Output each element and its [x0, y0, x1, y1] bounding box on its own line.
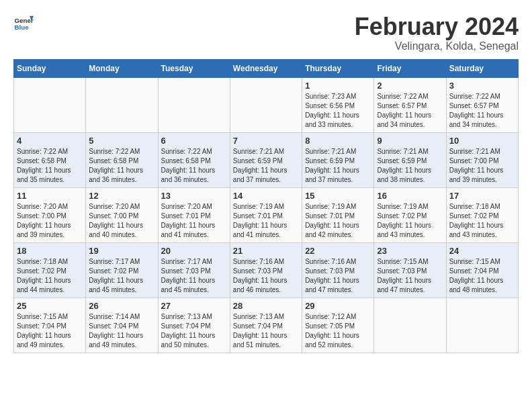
day-info: Sunrise: 7:18 AMSunset: 7:02 PMDaylight:…	[17, 257, 83, 295]
day-number: 17	[449, 191, 515, 201]
day-info: Sunrise: 7:20 AMSunset: 7:00 PMDaylight:…	[89, 202, 154, 240]
day-number: 5	[89, 136, 154, 146]
calendar-day-cell: 28Sunrise: 7:13 AMSunset: 7:04 PMDayligh…	[230, 298, 302, 353]
calendar-day-cell: 29Sunrise: 7:12 AMSunset: 7:05 PMDayligh…	[302, 298, 374, 353]
calendar-day-cell: 14Sunrise: 7:19 AMSunset: 7:01 PMDayligh…	[230, 187, 302, 242]
day-info: Sunrise: 7:19 AMSunset: 7:02 PMDaylight:…	[377, 202, 443, 240]
calendar-day-cell: 5Sunrise: 7:22 AMSunset: 6:58 PMDaylight…	[86, 132, 158, 187]
day-info: Sunrise: 7:17 AMSunset: 7:02 PMDaylight:…	[89, 257, 154, 295]
calendar-day-cell: 11Sunrise: 7:20 AMSunset: 7:00 PMDayligh…	[14, 187, 86, 242]
calendar-day-cell: 20Sunrise: 7:17 AMSunset: 7:03 PMDayligh…	[158, 242, 230, 298]
day-info: Sunrise: 7:15 AMSunset: 7:04 PMDaylight:…	[449, 257, 515, 295]
calendar-day-cell: 24Sunrise: 7:15 AMSunset: 7:04 PMDayligh…	[446, 242, 518, 298]
calendar-header-cell: Tuesday	[158, 59, 230, 77]
day-number: 15	[305, 191, 371, 201]
day-number: 13	[161, 191, 227, 201]
calendar-day-cell: 26Sunrise: 7:14 AMSunset: 7:04 PMDayligh…	[86, 298, 158, 353]
calendar-header-cell: Sunday	[14, 59, 86, 77]
calendar-day-cell: 27Sunrise: 7:13 AMSunset: 7:04 PMDayligh…	[158, 298, 230, 353]
calendar-body: 1Sunrise: 7:23 AMSunset: 6:56 PMDaylight…	[14, 77, 519, 353]
day-info: Sunrise: 7:14 AMSunset: 7:04 PMDaylight:…	[89, 312, 154, 350]
title-section: February 2024 Velingara, Kolda, Senegal	[355, 13, 519, 52]
day-info: Sunrise: 7:13 AMSunset: 7:04 PMDaylight:…	[233, 312, 299, 350]
calendar-day-cell	[446, 298, 518, 353]
day-info: Sunrise: 7:23 AMSunset: 6:56 PMDaylight:…	[305, 92, 371, 130]
day-info: Sunrise: 7:20 AMSunset: 7:00 PMDaylight:…	[17, 202, 83, 240]
subtitle: Velingara, Kolda, Senegal	[355, 40, 519, 52]
calendar-week-row: 11Sunrise: 7:20 AMSunset: 7:00 PMDayligh…	[14, 187, 519, 242]
day-number: 18	[17, 246, 83, 256]
calendar-day-cell: 13Sunrise: 7:20 AMSunset: 7:01 PMDayligh…	[158, 187, 230, 242]
page-header: General Blue February 2024 Velingara, Ko…	[13, 13, 519, 52]
day-info: Sunrise: 7:19 AMSunset: 7:01 PMDaylight:…	[305, 202, 371, 240]
calendar-day-cell	[230, 77, 302, 132]
calendar-header-cell: Saturday	[446, 59, 518, 77]
day-number: 14	[233, 191, 299, 201]
day-info: Sunrise: 7:13 AMSunset: 7:04 PMDaylight:…	[161, 312, 227, 350]
calendar-day-cell: 4Sunrise: 7:22 AMSunset: 6:58 PMDaylight…	[14, 132, 86, 187]
day-info: Sunrise: 7:22 AMSunset: 6:58 PMDaylight:…	[17, 147, 83, 185]
calendar-week-row: 1Sunrise: 7:23 AMSunset: 6:56 PMDaylight…	[14, 77, 519, 132]
day-info: Sunrise: 7:17 AMSunset: 7:03 PMDaylight:…	[161, 257, 227, 295]
calendar-day-cell: 18Sunrise: 7:18 AMSunset: 7:02 PMDayligh…	[14, 242, 86, 298]
day-number: 16	[377, 191, 443, 201]
day-info: Sunrise: 7:21 AMSunset: 7:00 PMDaylight:…	[449, 147, 515, 185]
calendar-header-row: SundayMondayTuesdayWednesdayThursdayFrid…	[14, 59, 519, 77]
calendar-day-cell: 22Sunrise: 7:16 AMSunset: 7:03 PMDayligh…	[302, 242, 374, 298]
day-info: Sunrise: 7:16 AMSunset: 7:03 PMDaylight:…	[305, 257, 371, 295]
day-number: 22	[305, 246, 371, 256]
day-number: 24	[449, 246, 515, 256]
svg-text:Blue: Blue	[15, 24, 30, 31]
calendar-header-cell: Monday	[86, 59, 158, 77]
calendar-day-cell	[158, 77, 230, 132]
calendar-day-cell: 15Sunrise: 7:19 AMSunset: 7:01 PMDayligh…	[302, 187, 374, 242]
day-number: 19	[89, 246, 154, 256]
day-number: 3	[449, 81, 515, 91]
logo: General Blue	[13, 13, 34, 34]
day-number: 6	[161, 136, 227, 146]
calendar-day-cell: 19Sunrise: 7:17 AMSunset: 7:02 PMDayligh…	[86, 242, 158, 298]
calendar-day-cell: 17Sunrise: 7:18 AMSunset: 7:02 PMDayligh…	[446, 187, 518, 242]
calendar-day-cell: 16Sunrise: 7:19 AMSunset: 7:02 PMDayligh…	[374, 187, 446, 242]
calendar-day-cell: 8Sunrise: 7:21 AMSunset: 6:59 PMDaylight…	[302, 132, 374, 187]
calendar-day-cell: 12Sunrise: 7:20 AMSunset: 7:00 PMDayligh…	[86, 187, 158, 242]
calendar-day-cell: 3Sunrise: 7:22 AMSunset: 6:57 PMDaylight…	[446, 77, 518, 132]
day-number: 12	[89, 191, 154, 201]
day-number: 1	[305, 81, 371, 91]
day-info: Sunrise: 7:12 AMSunset: 7:05 PMDaylight:…	[305, 312, 371, 350]
day-number: 2	[377, 81, 443, 91]
calendar-day-cell: 9Sunrise: 7:21 AMSunset: 6:59 PMDaylight…	[374, 132, 446, 187]
day-info: Sunrise: 7:15 AMSunset: 7:04 PMDaylight:…	[17, 312, 83, 350]
calendar-header-cell: Friday	[374, 59, 446, 77]
day-number: 4	[17, 136, 83, 146]
day-number: 8	[305, 136, 371, 146]
day-info: Sunrise: 7:21 AMSunset: 6:59 PMDaylight:…	[233, 147, 299, 185]
day-number: 25	[17, 301, 83, 311]
day-info: Sunrise: 7:21 AMSunset: 6:59 PMDaylight:…	[377, 147, 443, 185]
day-number: 9	[377, 136, 443, 146]
calendar-header-cell: Thursday	[302, 59, 374, 77]
day-info: Sunrise: 7:22 AMSunset: 6:58 PMDaylight:…	[161, 147, 227, 185]
day-number: 26	[89, 301, 154, 311]
day-info: Sunrise: 7:22 AMSunset: 6:58 PMDaylight:…	[89, 147, 154, 185]
calendar-day-cell	[14, 77, 86, 132]
calendar-day-cell: 6Sunrise: 7:22 AMSunset: 6:58 PMDaylight…	[158, 132, 230, 187]
calendar-day-cell: 23Sunrise: 7:15 AMSunset: 7:03 PMDayligh…	[374, 242, 446, 298]
day-info: Sunrise: 7:22 AMSunset: 6:57 PMDaylight:…	[449, 92, 515, 130]
day-info: Sunrise: 7:21 AMSunset: 6:59 PMDaylight:…	[305, 147, 371, 185]
main-title: February 2024	[355, 13, 519, 40]
day-info: Sunrise: 7:16 AMSunset: 7:03 PMDaylight:…	[233, 257, 299, 295]
calendar-header-cell: Wednesday	[230, 59, 302, 77]
calendar-table: SundayMondayTuesdayWednesdayThursdayFrid…	[13, 59, 519, 353]
day-number: 7	[233, 136, 299, 146]
calendar-day-cell: 25Sunrise: 7:15 AMSunset: 7:04 PMDayligh…	[14, 298, 86, 353]
calendar-week-row: 25Sunrise: 7:15 AMSunset: 7:04 PMDayligh…	[14, 298, 519, 353]
day-number: 20	[161, 246, 227, 256]
calendar-week-row: 4Sunrise: 7:22 AMSunset: 6:58 PMDaylight…	[14, 132, 519, 187]
calendar-week-row: 18Sunrise: 7:18 AMSunset: 7:02 PMDayligh…	[14, 242, 519, 298]
day-info: Sunrise: 7:20 AMSunset: 7:01 PMDaylight:…	[161, 202, 227, 240]
calendar-day-cell: 1Sunrise: 7:23 AMSunset: 6:56 PMDaylight…	[302, 77, 374, 132]
calendar-day-cell	[374, 298, 446, 353]
day-number: 23	[377, 246, 443, 256]
day-info: Sunrise: 7:19 AMSunset: 7:01 PMDaylight:…	[233, 202, 299, 240]
